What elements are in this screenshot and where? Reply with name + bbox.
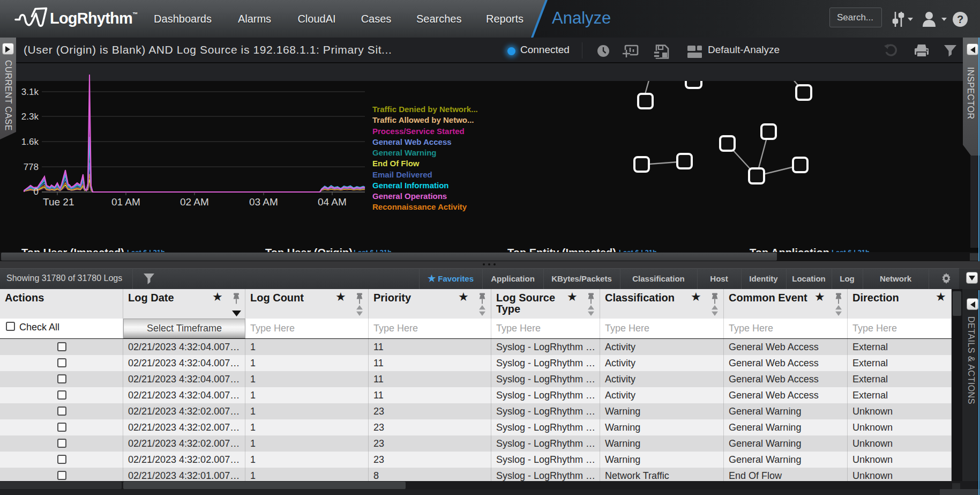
svg-text:?: ? — [957, 13, 963, 25]
